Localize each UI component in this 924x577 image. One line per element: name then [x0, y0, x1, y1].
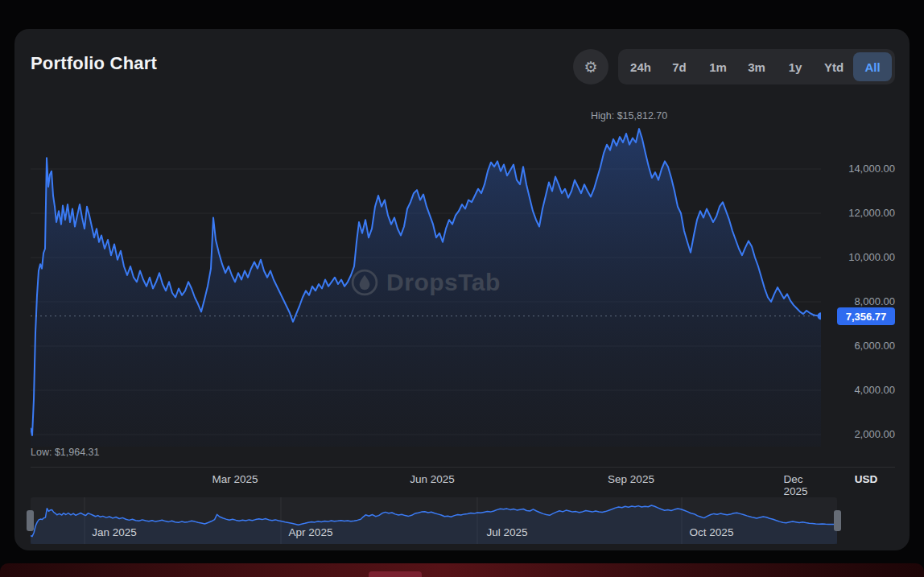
portfolio-chart-card: Portfolio Chart ⚙ 24h 7d 1m 3m 1y Ytd Al…	[14, 29, 910, 550]
y-axis-label: 14,000.00	[821, 163, 895, 175]
range-tab-1y[interactable]: 1y	[776, 52, 815, 81]
current-value-badge: 7,356.77	[837, 307, 895, 325]
nav-handle-left[interactable]	[27, 510, 34, 531]
x-axis: Mar 2025Jun 2025Sep 2025Dec 2025	[31, 473, 821, 493]
x-axis-label: Sep 2025	[608, 473, 654, 485]
range-tab-all[interactable]: All	[853, 52, 892, 81]
page-title: Portfolio Chart	[31, 53, 157, 74]
low-value-label: Low: $1,964.31	[31, 447, 100, 458]
y-axis-label: 6,000.00	[821, 340, 895, 352]
next-section-edge	[0, 563, 924, 577]
axis-divider	[31, 467, 895, 468]
currency-label: USD	[837, 473, 895, 485]
x-axis-label: Dec 2025	[784, 473, 809, 497]
y-axis-label: 8,000.00	[821, 295, 895, 307]
chart-navigator[interactable]: Jan 2025Apr 2025Jul 2025Oct 2025	[31, 497, 837, 544]
page-background: Portfolio Chart ⚙ 24h 7d 1m 3m 1y Ytd Al…	[0, 0, 924, 577]
bottom-pill	[369, 571, 422, 577]
settings-button[interactable]: ⚙	[573, 49, 608, 84]
navigator-chart	[31, 497, 837, 544]
range-tab-ytd[interactable]: Ytd	[815, 52, 853, 81]
y-axis-label: 10,000.00	[821, 251, 895, 263]
gear-icon: ⚙	[584, 58, 597, 76]
y-axis: 14,000.0012,000.0010,000.008,000.006,000…	[821, 113, 895, 447]
range-tab-7d[interactable]: 7d	[660, 52, 699, 81]
range-tabs: 24h 7d 1m 3m 1y Ytd All	[618, 49, 895, 84]
y-axis-label: 4,000.00	[821, 384, 895, 396]
range-tab-3m[interactable]: 3m	[737, 52, 776, 81]
x-axis-label: Jun 2025	[410, 473, 455, 485]
nav-handle-right[interactable]	[834, 510, 841, 531]
y-axis-label: 2,000.00	[821, 428, 895, 440]
y-axis-label: 12,000.00	[821, 207, 895, 219]
range-tab-24h[interactable]: 24h	[621, 52, 660, 81]
portfolio-line-chart[interactable]	[31, 113, 821, 447]
x-axis-label: Mar 2025	[212, 473, 258, 485]
range-tab-1m[interactable]: 1m	[699, 52, 737, 81]
